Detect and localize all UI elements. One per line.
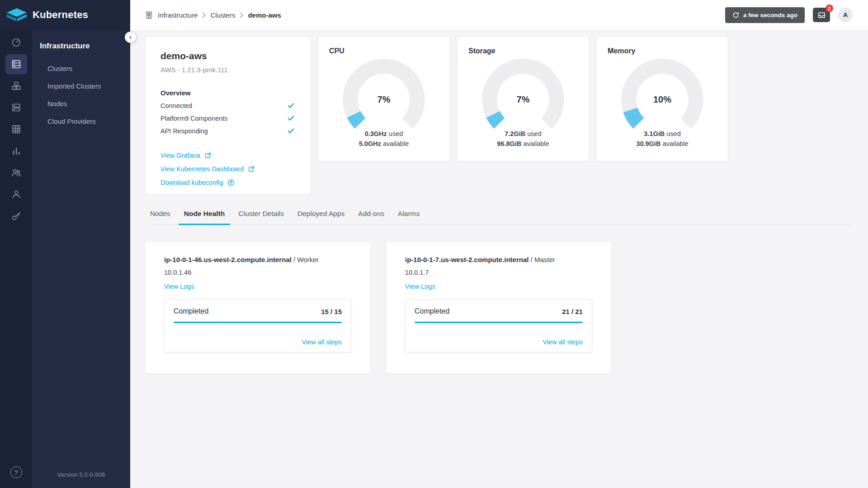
steps-head: Completed 21 / 21 xyxy=(415,307,583,315)
node-hostname: ip-10-0-1-7.us-west-2.compute.internal xyxy=(405,256,528,263)
sidebar: Kubernetes xyxy=(0,0,130,488)
steps-progress-bar xyxy=(174,322,342,323)
content: demo-aws AWS - 1.21.3-pmk.111 Overview C… xyxy=(130,30,868,488)
avatar[interactable]: A xyxy=(838,8,853,22)
icon-rail: ? xyxy=(0,30,32,488)
tab-alarms[interactable]: Alarms xyxy=(392,210,425,225)
rail-item-tenants[interactable] xyxy=(5,163,27,183)
refresh-button[interactable]: a few seconds ago xyxy=(725,7,805,23)
check-icon xyxy=(287,102,295,109)
view-grafana-link[interactable]: View Grafana xyxy=(160,152,295,159)
steps-foot: View all steps xyxy=(415,338,583,346)
cluster-subtitle: AWS - 1.21.3-pmk.111 xyxy=(160,66,295,74)
rail-item-nodes[interactable] xyxy=(5,98,27,117)
inbox-icon xyxy=(817,11,826,19)
link-label: Download kubeconfig xyxy=(160,179,223,186)
view-kubernetes-dashboard-link[interactable]: View Kubernetes Dashboard xyxy=(160,165,295,173)
node-ip: 10.0.1.46 xyxy=(164,269,351,276)
avatar-initial: A xyxy=(843,11,848,19)
breadcrumb-infrastructure[interactable]: Infrastructure xyxy=(158,11,198,19)
notification-badge: 2 xyxy=(826,5,833,12)
key-icon xyxy=(11,211,21,221)
external-link-icon xyxy=(248,165,255,173)
tab-add-ons[interactable]: Add-ons xyxy=(353,210,390,225)
sidebar-item-imported-clusters[interactable]: Imported Clusters xyxy=(32,77,130,95)
cluster-links: View Grafana View Kubernetes Dashboard D… xyxy=(160,152,295,186)
tab-node-health[interactable]: Node Health xyxy=(179,210,230,225)
help-icon[interactable]: ? xyxy=(10,466,22,478)
rail-item-storage[interactable] xyxy=(5,119,27,139)
steps-panel: Completed 21 / 21 View all steps xyxy=(405,299,592,352)
used-label: used xyxy=(525,130,541,137)
node-hostname: ip-10-0-1-46.us-west-2.compute.internal xyxy=(164,256,292,263)
steps-count: 15 / 15 xyxy=(321,308,342,315)
download-icon xyxy=(227,179,235,186)
help-glyph: ? xyxy=(14,469,18,476)
node-card-worker: ip-10-0-1-46.us-west-2.compute.internal … xyxy=(145,242,371,374)
app-title: Kubernetes xyxy=(33,9,88,21)
check-icon xyxy=(287,127,295,135)
rail-item-api-keys[interactable] xyxy=(5,206,27,226)
tab-deployed-apps[interactable]: Deployed Apps xyxy=(292,210,350,225)
breadcrumb-clusters[interactable]: Clusters xyxy=(210,11,235,19)
bar-chart-icon xyxy=(11,146,21,156)
rail-item-dashboard[interactable] xyxy=(5,33,27,52)
cluster-name: demo-aws xyxy=(160,51,295,61)
view-logs-link[interactable]: View Logs xyxy=(164,283,194,290)
view-logs-link[interactable]: View Logs xyxy=(405,283,435,290)
link-label: View Kubernetes Dashboard xyxy=(160,165,244,173)
dashboard-icon xyxy=(11,38,21,47)
used-label: used xyxy=(387,130,403,137)
server-icon xyxy=(11,103,21,113)
submenu-title: Infrastructure xyxy=(32,42,130,51)
chevron-right-icon xyxy=(202,12,206,18)
grid-table-icon xyxy=(11,124,21,134)
link-label: View Grafana xyxy=(160,152,200,159)
gauge-percent: 7% xyxy=(377,94,391,104)
overview-heading: Overview xyxy=(160,89,295,97)
cluster-overview-card: demo-aws AWS - 1.21.3-pmk.111 Overview C… xyxy=(145,37,311,195)
sidebar-submenu: Infrastructure Clusters Imported Cluster… xyxy=(32,30,130,488)
node-role: / Worker xyxy=(292,256,319,263)
gauge-percent: 10% xyxy=(653,94,671,104)
notifications-button[interactable]: 2 xyxy=(813,8,830,22)
gauge-stats: 0.3GHz used 5.0GHz available xyxy=(329,130,439,150)
available-label: available xyxy=(381,140,409,147)
storage-gauge: 7% xyxy=(476,58,571,129)
rail-item-monitoring[interactable] xyxy=(5,141,27,161)
infrastructure-building-icon xyxy=(145,11,153,19)
sidebar-body: ? Infrastructure Clusters Imported Clust… xyxy=(0,30,130,488)
external-link-icon xyxy=(204,152,212,159)
gauge-title: CPU xyxy=(329,47,439,55)
sidebar-item-nodes[interactable]: Nodes xyxy=(32,95,130,113)
view-all-steps-link[interactable]: View all steps xyxy=(543,338,583,346)
memory-usage-card: Memory 10% 3.1GiB used 30.9GiB available xyxy=(596,37,728,161)
gauge-stats: 7.2GiB used 96.8GiB available xyxy=(468,130,578,150)
tab-cluster-details[interactable]: Cluster Details xyxy=(233,210,289,225)
rail-item-users[interactable] xyxy=(5,184,27,204)
breadcrumb: Infrastructure Clusters demo-aws xyxy=(145,11,281,19)
sidebar-item-clusters[interactable]: Clusters xyxy=(32,60,130,77)
available-value: 5.0GHz xyxy=(359,140,381,147)
node-ip: 10.0.1.7 xyxy=(405,269,592,276)
steps-count: 21 / 21 xyxy=(562,308,583,315)
gauge-stats: 3.1GiB used 30.9GiB available xyxy=(608,130,717,150)
sidebar-collapse-button[interactable]: ‹ xyxy=(125,32,136,43)
download-kubeconfig-link[interactable]: Download kubeconfig xyxy=(160,179,295,186)
used-value: 7.2GiB xyxy=(505,130,525,137)
sidebar-item-cloud-providers[interactable]: Cloud Providers xyxy=(32,113,130,130)
tab-bar: Nodes Node Health Cluster Details Deploy… xyxy=(145,210,853,225)
cpu-usage-card: CPU 7% 0.3GHz used 5.0GHz available xyxy=(318,37,450,161)
rail-item-infrastructure[interactable] xyxy=(5,54,27,74)
version-label: Version 5.5.0-506 xyxy=(32,471,130,478)
app-root: Kubernetes xyxy=(0,0,868,488)
used-value: 3.1GiB xyxy=(644,130,665,137)
steps-progress-fill xyxy=(174,322,342,323)
used-value: 0.3GHz xyxy=(365,130,387,137)
tab-nodes[interactable]: Nodes xyxy=(145,210,176,225)
steps-foot: View all steps xyxy=(174,338,342,346)
storage-usage-card: Storage 7% 7.2GiB used 96.8GiB available xyxy=(457,37,589,161)
rail-item-apps[interactable] xyxy=(5,76,27,96)
view-all-steps-link[interactable]: View all steps xyxy=(302,338,342,346)
gauge-title: Memory xyxy=(608,47,717,55)
